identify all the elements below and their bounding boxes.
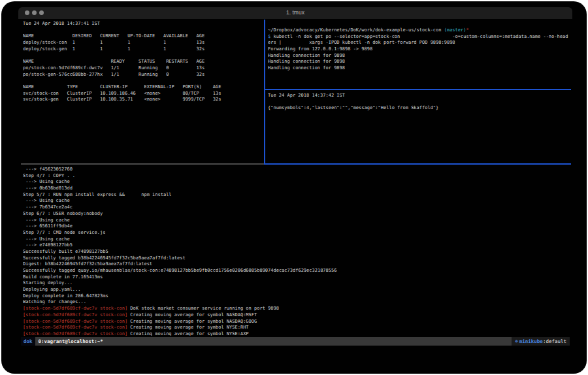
terminal-line: Watching for changes... [23,299,570,306]
pane-border-horizontal-right [264,163,571,165]
terminal-window: 1. tmux Tue 24 Apr 2018 14:37:41 ISTNAME… [1,1,587,374]
terminal-line: [stock-con-5d7df689cf-dwc7v stock-con] C… [23,331,570,336]
terminal-line: Handling connection for 9898 [268,59,570,65]
kube-context-name: minikube [519,338,543,344]
tmux-status-bar: dok 0:vagrant@localhost:~* ☸ minikube :d… [21,337,570,346]
terminal-line: Step 4/7 : COPY . . [23,173,570,180]
terminal-line: po/stock-con-5d7df689cf-dwc7v 1/1 Runnin… [23,65,263,72]
terminal-line [23,27,263,34]
window-title-bar[interactable]: 1. tmux [18,7,572,19]
terminal-line: ---> Using cache [23,198,570,204]
terminal-line: ---> Using cache [23,179,570,186]
terminal-line: [stock-con-5d7df689cf-dwc7v stock-con] C… [23,319,570,325]
terminal-line: Build complete in 77.165413ms [23,274,570,281]
terminal-line: Tue 24 Apr 2018 14:37:42 IST [268,93,570,99]
terminal-line: [stock-con-5d7df689cf-dwc7v stock-con] D… [23,306,570,312]
terminal-line: Deploying app.yaml... [23,287,570,293]
terminal-line [23,52,263,59]
pane-curl-output[interactable]: Tue 24 Apr 2018 14:37:42 IST{"numsymbols… [268,93,570,162]
terminal-line: Successfully built e74898127bb5 [23,249,570,255]
terminal-line: Handling connection for 9898 [268,53,570,59]
kube-namespace: :default [543,338,566,344]
terminal-line: ---> Using cache [23,218,570,224]
terminal-line: svc/stock-gen ClusterIP 10.100.35.71 <no… [23,97,263,103]
terminal-line: ---> 7b6347ce2a4c [23,204,570,211]
terminal-line: Step 6/7 : USER nobody:nobody [23,211,570,218]
terminal-line: deploy/stock-gen 1 1 1 1 32s [23,46,263,53]
terminal-line: Step 7/7 : CMD node service.js [23,230,570,236]
terminal-line: NAME READY STATUS RESTARTS AGE [23,59,263,65]
pane-border-horizontal-mid [264,89,571,90]
terminal-line: Deploy complete in 286.647823ms [23,293,570,300]
kubernetes-wheel-icon: ☸ [515,338,518,344]
terminal-line: NAME TYPE CLUSTER-IP EXTERNAL-IP PORT(S)… [23,84,263,91]
terminal-line: Forwarding from 127.0.0.1:9898 -> 9898 [268,46,570,53]
terminal-line: {"numsymbols":4,"lastseen":"","message":… [268,105,570,112]
terminal-line: Successfully tagged b38b42246945fd7f32c5… [23,255,570,262]
terminal-line: NAME DESIRED CURRENT UP-TO-DATE AVAILABL… [23,33,263,40]
terminal-line: Tue 24 Apr 2018 14:37:41 IST [23,21,263,27]
pane-skaffold-build-log[interactable]: ---> f45623052760Step 4/7 : COPY . . ---… [23,167,570,336]
session-name-badge[interactable]: dok [21,337,35,346]
terminal-line: Handling connection for 9898 [268,65,570,72]
terminal-line: ers | xargs -IPOD kubectl -n dok port-fo… [268,40,570,46]
terminal-line: [stock-con-5d7df689cf-dwc7v stock-con] C… [23,312,570,319]
pane-border-horizontal-left [21,163,264,165]
terminal-line: ---> 0b636bd013dd [23,186,570,192]
terminal-line: svc/stock-con ClusterIP 10.109.186.46 <n… [23,91,263,97]
kube-context-indicator: ☸ minikube :default [512,337,570,346]
pane-border-vertical [264,20,265,165]
terminal-line: Successfully tagged quay.io/mhausenblas/… [23,268,570,274]
window-title: 1. tmux [18,9,572,16]
terminal-line: po/stock-gen-576cc688bb-277hx 1/1 Runnin… [23,72,263,78]
terminal-line: Digest: b38b42246945fd7f32c5ba9aea7af7fd… [23,261,570,268]
terminal-line: ---> Using cache [23,236,570,243]
terminal-line: [stock-con-5d7df689cf-dwc7v stock-con] C… [23,325,570,331]
pane-port-forward[interactable]: ~/Dropbox/advocacy/Kubernetes/DoK/work/d… [268,27,570,89]
terminal-line [268,99,570,106]
status-window-tab[interactable]: 0:vagrant@localhost:~* [39,337,103,346]
terminal-line: Starting deploy... [23,280,570,287]
terminal-line: Step 5/7 : RUN npm install express && np… [23,192,570,199]
terminal-line: ---> e74898127bb5 [23,242,570,249]
pane-kubectl-watch[interactable]: Tue 24 Apr 2018 14:37:41 ISTNAME DESIRED… [23,21,263,161]
terminal-line: ---> 65611ff9db4e [23,223,570,230]
terminal-line: ~/Dropbox/advocacy/Kubernetes/DoK/work/d… [268,27,570,34]
terminal-line: deploy/stock-con 1 1 1 1 13s [23,40,263,46]
terminal-line: ---> f45623052760 [23,167,570,173]
terminal-line [23,78,263,84]
terminal-line: $ kubectl -n dok get po --selector=app=s… [268,34,570,41]
